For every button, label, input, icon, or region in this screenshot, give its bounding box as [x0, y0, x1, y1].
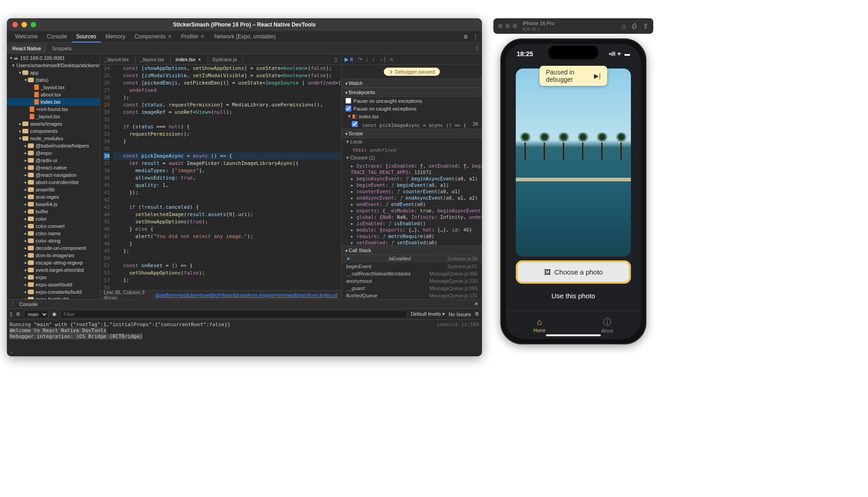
tree-item[interactable]: ▸base64-js — [7, 201, 100, 208]
phone-frame: 18:25 •ıll ᯤ ▬ Paused in debugger ▶| 🖼 C… — [500, 38, 646, 344]
tree-item[interactable]: ▸@react-native — [7, 164, 100, 171]
tree-item[interactable]: ▸@react-navigation — [7, 171, 100, 179]
breakpoints-section[interactable]: Breakpoints — [342, 88, 482, 97]
home-icon[interactable]: ⌂ — [622, 22, 626, 30]
tree-item[interactable]: ▸color-string — [7, 237, 100, 244]
tree-item[interactable]: ▸color — [7, 215, 100, 222]
callstack-section[interactable]: Call Stack — [342, 246, 482, 255]
step-icon[interactable]: →| — [379, 56, 386, 63]
callstack-frame[interactable]: beginEventSystrace.js:52 — [342, 263, 482, 270]
breakpoint-item[interactable]: const pickImageAsync = async () => { 36 — [342, 120, 482, 129]
toolbar-tab-profiler-[interactable]: Profiler ⚛ — [177, 32, 210, 42]
context-select[interactable]: main — [24, 310, 48, 318]
tree-item[interactable]: ▸anser/lib — [7, 186, 100, 193]
pause-caught-checkbox[interactable]: Pause on caught exceptions — [342, 105, 482, 112]
tree-item[interactable]: ▸expo — [7, 274, 100, 281]
callstack-frame[interactable]: flushedQueueMessageQueue.js:131 — [342, 292, 482, 299]
tree-item[interactable]: ▸dom-to-image/src — [7, 252, 100, 259]
callstack-frame[interactable]: anonymousMessageQueue.js:132 — [342, 277, 482, 285]
more-icon[interactable]: ⋮ — [11, 301, 16, 307]
info-icon: ⓘ — [603, 317, 611, 328]
file-tab[interactable]: _layout.tsx — [136, 55, 171, 64]
resume-icon[interactable]: ▶⏸ — [344, 56, 354, 63]
tree-item[interactable]: ▸event-target-shim/dist — [7, 266, 100, 274]
tree-item[interactable]: ▾app — [7, 69, 100, 76]
file-tab[interactable]: Systrace.js — [208, 55, 244, 64]
tree-item[interactable]: ▸buffer — [7, 208, 100, 215]
tree-item[interactable]: ▸decode-uri-component — [7, 244, 100, 252]
tree-item[interactable]: _layout.tsx — [7, 84, 100, 91]
tree-item[interactable]: ▸escape-string-regexp — [7, 259, 100, 266]
deactivate-breakpoints-icon[interactable]: ⤫ — [389, 56, 394, 63]
phone-screen[interactable]: 18:25 •ıll ᯤ ▬ Paused in debugger ▶| 🖼 C… — [506, 44, 641, 339]
tree-item[interactable]: ▸components — [7, 127, 100, 135]
toolbar-tab-network-expo-unstable-[interactable]: Network (Expo, unstable) — [210, 32, 281, 42]
step-into-icon[interactable]: ↓ — [366, 56, 369, 63]
callstack-frame[interactable]: __guardMessageQueue.js:365 — [342, 285, 482, 292]
toolbar-tab-components-[interactable]: Components ⚛ — [130, 32, 176, 42]
gear-icon[interactable]: ⚙ — [463, 34, 468, 40]
tree-item[interactable]: ▸assets/images — [7, 120, 100, 127]
clear-icon[interactable]: ⊘ — [16, 311, 20, 317]
tree-item[interactable]: ▸@radix-ui — [7, 157, 100, 164]
subtab-snippets[interactable]: Snippets — [47, 44, 77, 53]
tree-item[interactable]: ▾(tabs) — [7, 76, 100, 84]
subtab-react-native[interactable]: React Native — [7, 44, 47, 53]
console-tab[interactable]: Console — [19, 301, 37, 307]
panel-toggle-icon[interactable]: ▯ — [476, 45, 482, 51]
sim-traffic-lights[interactable] — [498, 24, 517, 28]
levels-dropdown[interactable]: Default levels ▾ — [411, 311, 445, 317]
watch-section[interactable]: Watch — [342, 79, 482, 88]
use-photo-button[interactable]: Use this photo — [516, 287, 631, 304]
home-indicator[interactable] — [546, 334, 601, 336]
more-icon[interactable]: ⋮ — [473, 34, 478, 40]
tree-item[interactable]: ▾node_modules — [7, 135, 100, 142]
console-prompt[interactable]: › — [7, 348, 482, 356]
eye-icon[interactable]: ◉ — [52, 311, 57, 317]
scope-section[interactable]: Scope — [342, 129, 482, 138]
sidebar-toggle-icon[interactable]: ▯ — [10, 311, 12, 317]
breakpoint-file[interactable]: index.tsx — [359, 114, 379, 119]
console-message: Running "main" with {"rootTag":1,"initia… — [10, 322, 479, 328]
source-url-link[interactable]: &platform=ios&dev=true&hot=false&transfo… — [155, 292, 338, 298]
file-tree[interactable]: ▾192.168.0.105:8081▾Users/amanhimself/De… — [7, 54, 100, 299]
tree-item[interactable]: ▸color-convert — [7, 222, 100, 230]
tree-item[interactable]: ▸expo-font/build — [7, 296, 100, 299]
tree-item[interactable]: ▸abort-controller/dist — [7, 179, 100, 186]
callstack-frame[interactable]: ➤isEnabledSystrace.js:36 — [342, 255, 482, 263]
tree-item[interactable]: ▸@babel/runtime/helpers — [7, 142, 100, 149]
close-icon[interactable]: × — [198, 57, 201, 62]
filter-input[interactable] — [60, 310, 407, 318]
tree-item[interactable]: ▸@expo — [7, 149, 100, 157]
tree-item[interactable]: about.tsx — [7, 91, 100, 98]
gear-icon[interactable]: ⚙ — [475, 311, 479, 317]
tree-item[interactable]: index.tsx — [7, 98, 100, 106]
close-icon[interactable]: ✕ — [474, 301, 478, 307]
toolbar-tab-sources[interactable]: Sources — [72, 32, 101, 42]
step-out-icon[interactable]: ↑ — [372, 56, 375, 63]
tree-item[interactable]: ▸color-name — [7, 230, 100, 237]
simulator-toolbar: iPhone 16 Pro iOS 18.2 ⌂ ⎙ ⇪ — [493, 18, 653, 34]
toolbar-tab-welcome[interactable]: Welcome — [11, 32, 42, 42]
resume-icon[interactable]: ▶| — [594, 72, 601, 79]
share-icon[interactable]: ⇪ — [643, 22, 649, 30]
tree-item[interactable]: ▸expo-constants/build — [7, 288, 100, 296]
callstack-frame[interactable]: __callReactNativeMicrotasksMessageQueue.… — [342, 270, 482, 277]
tree-item[interactable]: ▸expo-asset/build — [7, 281, 100, 288]
more-icon[interactable]: ⋮ — [467, 45, 476, 51]
file-tab[interactable]: index.tsx× — [171, 55, 207, 64]
file-tab[interactable]: _layout.tsx — [100, 55, 136, 64]
step-over-icon[interactable]: ↷ — [358, 56, 362, 63]
tree-item[interactable]: ▾192.168.0.105:8081 — [7, 54, 100, 62]
tree-item[interactable]: ▾Users/amanhimself/Desktop/stickersmash — [7, 62, 100, 69]
toolbar-tab-memory[interactable]: Memory — [101, 32, 130, 42]
tree-item[interactable]: +not-found.tsx — [7, 106, 100, 113]
screenshot-icon[interactable]: ⎙ — [632, 22, 636, 30]
toggle-panel-icon[interactable]: ▯ — [334, 56, 338, 63]
tree-item[interactable]: ▸ansi-regex — [7, 193, 100, 201]
choose-photo-button[interactable]: 🖼 Choose a photo — [516, 260, 631, 284]
pause-uncaught-checkbox[interactable]: Pause on uncaught exceptions — [342, 97, 482, 105]
tree-item[interactable]: _layout.tsx — [7, 113, 100, 120]
code-editor[interactable]: 2425262728293031323334353637383940414243… — [100, 65, 341, 290]
toolbar-tab-console[interactable]: Console — [42, 32, 72, 42]
